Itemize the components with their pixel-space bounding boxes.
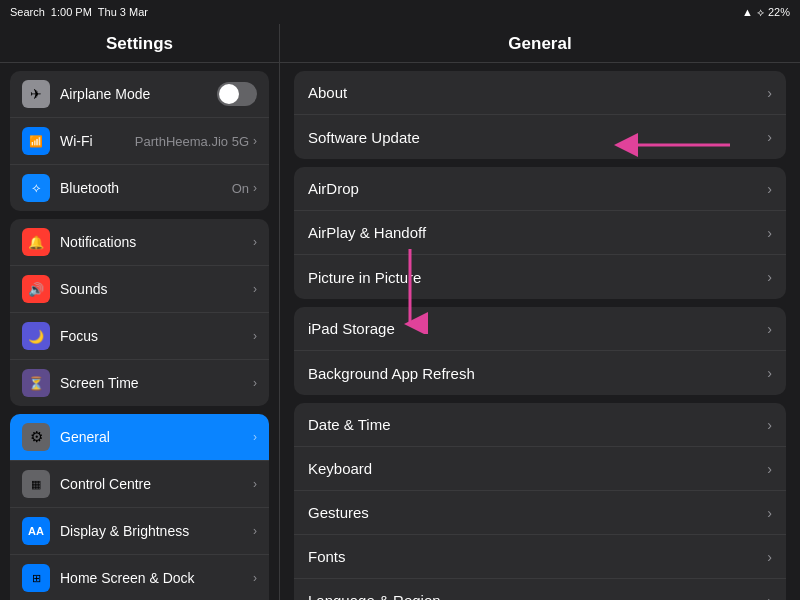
right-item-airdrop[interactable]: AirDrop › [294, 167, 786, 211]
right-item-airplay-handoff[interactable]: AirPlay & Handoff › [294, 211, 786, 255]
wifi-chevron: › [253, 134, 257, 148]
general-label: General [60, 429, 253, 445]
fonts-label: Fonts [308, 548, 767, 565]
control-centre-chevron: › [253, 477, 257, 491]
right-panel: General About › Software Update › AirDro… [280, 24, 800, 600]
fonts-chevron: › [767, 549, 772, 565]
status-bar: Search 1:00 PM Thu 3 Mar ▲ ⟡ 22% [0, 0, 800, 24]
battery-display: 22% [768, 6, 790, 18]
right-panel-wrapper: General About › Software Update › AirDro… [280, 24, 800, 600]
language-region-chevron: › [767, 593, 772, 601]
right-item-picture-in-picture[interactable]: Picture in Picture › [294, 255, 786, 299]
gestures-label: Gestures [308, 504, 767, 521]
airdrop-chevron: › [767, 181, 772, 197]
notifications-label: Notifications [60, 234, 253, 250]
right-item-keyboard[interactable]: Keyboard › [294, 447, 786, 491]
airplay-handoff-chevron: › [767, 225, 772, 241]
sidebar-title: Settings [0, 24, 279, 63]
right-group-storage: iPad Storage › Background App Refresh › [294, 307, 786, 395]
ipad-storage-label: iPad Storage [308, 320, 767, 337]
display-brightness-icon: AA [22, 517, 50, 545]
date-display: Thu 3 Mar [98, 6, 148, 18]
notifications-group: 🔔 Notifications › 🔊 Sounds › 🌙 Focus › ⏳… [10, 219, 269, 406]
right-item-software-update[interactable]: Software Update › [294, 115, 786, 159]
airplane-mode-icon: ✈ [22, 80, 50, 108]
home-screen-icon: ⊞ [22, 564, 50, 592]
search-label[interactable]: Search [10, 6, 45, 18]
right-item-ipad-storage[interactable]: iPad Storage › [294, 307, 786, 351]
sounds-label: Sounds [60, 281, 253, 297]
sidebar-item-screen-time[interactable]: ⏳ Screen Time › [10, 360, 269, 406]
right-item-date-time[interactable]: Date & Time › [294, 403, 786, 447]
control-centre-label: Control Centre [60, 476, 253, 492]
picture-in-picture-chevron: › [767, 269, 772, 285]
wifi-icon: ▲ [742, 6, 753, 18]
bluetooth-label: Bluetooth [60, 180, 232, 196]
airplane-mode-label: Airplane Mode [60, 86, 217, 102]
focus-chevron: › [253, 329, 257, 343]
ipad-storage-chevron: › [767, 321, 772, 337]
wifi-settings-icon: 📶 [22, 127, 50, 155]
general-icon: ⚙ [22, 423, 50, 451]
right-item-background-refresh[interactable]: Background App Refresh › [294, 351, 786, 395]
sounds-icon: 🔊 [22, 275, 50, 303]
bluetooth-settings-icon: ⟡ [22, 174, 50, 202]
screen-time-chevron: › [253, 376, 257, 390]
time-display: 1:00 PM [51, 6, 92, 18]
about-chevron: › [767, 85, 772, 101]
picture-in-picture-label: Picture in Picture [308, 269, 767, 286]
notifications-icon: 🔔 [22, 228, 50, 256]
system-group: ⚙ General › ▦ Control Centre › AA Displa… [10, 414, 269, 600]
date-time-label: Date & Time [308, 416, 767, 433]
screen-time-icon: ⏳ [22, 369, 50, 397]
sidebar-item-notifications[interactable]: 🔔 Notifications › [10, 219, 269, 266]
control-centre-icon: ▦ [22, 470, 50, 498]
software-update-label: Software Update [308, 129, 767, 146]
software-update-chevron: › [767, 129, 772, 145]
right-item-fonts[interactable]: Fonts › [294, 535, 786, 579]
focus-label: Focus [60, 328, 253, 344]
keyboard-label: Keyboard [308, 460, 767, 477]
wifi-value: ParthHeema.Jio 5G [135, 134, 249, 149]
right-group-top: About › Software Update › [294, 71, 786, 159]
general-chevron: › [253, 430, 257, 444]
connectivity-group: ✈ Airplane Mode 📶 Wi-Fi ParthHeema.Jio 5… [10, 71, 269, 211]
airdrop-label: AirDrop [308, 180, 767, 197]
notifications-chevron: › [253, 235, 257, 249]
gestures-chevron: › [767, 505, 772, 521]
background-refresh-label: Background App Refresh [308, 365, 767, 382]
right-group-sharing: AirDrop › AirPlay & Handoff › Picture in… [294, 167, 786, 299]
airplane-mode-toggle[interactable] [217, 82, 257, 106]
sidebar-item-sounds[interactable]: 🔊 Sounds › [10, 266, 269, 313]
sidebar-item-home-screen[interactable]: ⊞ Home Screen & Dock › [10, 555, 269, 600]
home-screen-chevron: › [253, 571, 257, 585]
right-item-language-region[interactable]: Language & Region › [294, 579, 786, 600]
screen-time-label: Screen Time [60, 375, 253, 391]
bluetooth-value: On [232, 181, 249, 196]
sidebar-item-focus[interactable]: 🌙 Focus › [10, 313, 269, 360]
date-time-chevron: › [767, 417, 772, 433]
bluetooth-chevron: › [253, 181, 257, 195]
sidebar-item-control-centre[interactable]: ▦ Control Centre › [10, 461, 269, 508]
sidebar-item-airplane-mode[interactable]: ✈ Airplane Mode [10, 71, 269, 118]
right-item-gestures[interactable]: Gestures › [294, 491, 786, 535]
sounds-chevron: › [253, 282, 257, 296]
sidebar-item-bluetooth[interactable]: ⟡ Bluetooth On › [10, 165, 269, 211]
home-screen-label: Home Screen & Dock [60, 570, 253, 586]
sidebar-item-general[interactable]: ⚙ General › [10, 414, 269, 461]
display-brightness-chevron: › [253, 524, 257, 538]
right-panel-title: General [280, 24, 800, 63]
right-group-settings: Date & Time › Keyboard › Gestures › Font… [294, 403, 786, 600]
wifi-label: Wi-Fi [60, 133, 135, 149]
about-label: About [308, 84, 767, 101]
right-item-about[interactable]: About › [294, 71, 786, 115]
background-refresh-chevron: › [767, 365, 772, 381]
language-region-label: Language & Region [308, 592, 767, 600]
keyboard-chevron: › [767, 461, 772, 477]
sidebar-item-wifi[interactable]: 📶 Wi-Fi ParthHeema.Jio 5G › [10, 118, 269, 165]
focus-icon: 🌙 [22, 322, 50, 350]
sidebar: Settings ✈ Airplane Mode 📶 Wi-Fi ParthHe… [0, 24, 280, 600]
sidebar-item-display-brightness[interactable]: AA Display & Brightness › [10, 508, 269, 555]
display-brightness-label: Display & Brightness [60, 523, 253, 539]
bluetooth-icon: ⟡ [757, 6, 764, 19]
